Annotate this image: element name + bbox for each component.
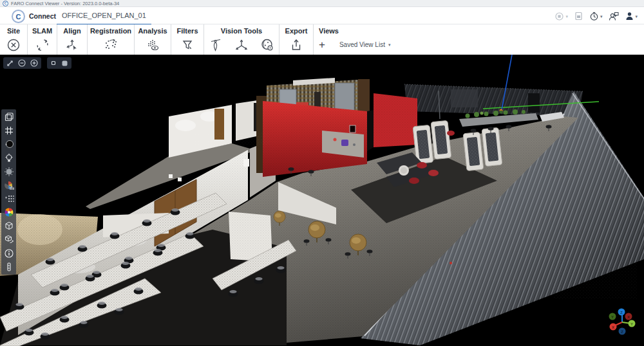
box-rotate-button[interactable]	[3, 233, 15, 245]
ribbon-group-views: Views + Saved View List ▾	[314, 24, 644, 55]
history-icon	[589, 12, 599, 21]
zoom-pill	[3, 57, 41, 69]
project-tab-label: OFFICE_OPEN_PLAN_01	[62, 12, 146, 19]
point-size-small-button[interactable]	[50, 60, 57, 66]
history-caret-icon: ▾	[600, 14, 603, 19]
axis-label-y-neg: Y	[611, 315, 614, 319]
window-title: FARO Connect Viewer - Version: 2023.0.0-…	[11, 0, 119, 7]
group-label: Registration	[90, 27, 131, 35]
ribbon-group-align: Align	[57, 24, 88, 55]
viewport-toolbar	[3, 57, 71, 69]
support-chat-icon	[609, 12, 619, 21]
point-cloud-scene: Z Z Y Y X X	[0, 55, 644, 346]
lighting-button[interactable]	[3, 152, 15, 164]
account-icon	[625, 12, 634, 21]
zoom-out-button[interactable]	[18, 59, 26, 67]
ribbon-group-export: Export	[279, 24, 314, 55]
brand-label: Connect	[29, 12, 56, 20]
point-size-pill	[47, 57, 71, 69]
ribbon-group-site: Site	[0, 24, 28, 55]
point-density-button[interactable]	[3, 193, 15, 205]
plummet-button[interactable]	[208, 37, 223, 53]
globe-eye-button[interactable]	[260, 37, 275, 53]
group-label: SLAM	[32, 27, 52, 35]
notes-button[interactable]	[574, 12, 583, 21]
ribbon-group-filters: Filters	[171, 24, 204, 55]
snapshot-disabled-icon	[554, 12, 564, 21]
grid-button[interactable]	[3, 125, 15, 136]
scale-bar-button[interactable]	[3, 261, 15, 273]
axis-label-x-neg: X	[627, 315, 630, 319]
window-title-bar: C FARO Connect Viewer - Version: 2023.0.…	[0, 0, 644, 7]
close-site-button[interactable]	[6, 37, 21, 53]
add-view-button[interactable]: +	[319, 39, 325, 50]
project-tab[interactable]: OFFICE_OPEN_PLAN_01	[57, 7, 151, 25]
axis-label-x-pos: X	[612, 325, 614, 329]
faro-connect-viewer-window: { "window": { "title": "FARO Connect Vie…	[0, 0, 644, 346]
color-histogram-button[interactable]	[3, 179, 15, 191]
snapshot-caret-icon: ▾	[565, 14, 568, 19]
point-dust	[554, 260, 638, 299]
ribbon-group-vision-tools: Vision Tools	[204, 24, 279, 55]
bounding-box-button[interactable]	[3, 220, 15, 232]
group-label: Site	[7, 27, 20, 35]
slam-loop-button[interactable]	[35, 37, 50, 53]
point-size-large-button[interactable]	[61, 60, 68, 67]
saved-view-list-label: Saved View List	[339, 41, 385, 48]
saved-view-list-caret-icon: ▾	[388, 42, 391, 47]
registration-button[interactable]	[103, 37, 118, 53]
export-button[interactable]	[289, 37, 304, 53]
ribbon-toolbar: Site SLAM Align	[0, 24, 644, 55]
color-wheel-button[interactable]	[3, 206, 15, 218]
point-dust	[193, 132, 270, 145]
history-button[interactable]: ▾	[589, 12, 603, 21]
perspective-cube-button[interactable]	[3, 111, 15, 123]
analysis-button[interactable]	[145, 37, 160, 53]
filters-button[interactable]	[180, 37, 195, 53]
connect-logo-icon: C	[12, 10, 25, 23]
zoom-in-button[interactable]	[30, 59, 38, 67]
ribbon-group-analysis: Analysis	[135, 24, 171, 55]
brightness-button[interactable]	[3, 166, 15, 178]
snapshot-button[interactable]: ▾	[554, 12, 568, 21]
axis-label-z-neg: Z	[621, 330, 623, 334]
group-label: Align	[63, 27, 81, 35]
saved-view-list-dropdown[interactable]: Saved View List ▾	[339, 41, 390, 48]
viewport-3d[interactable]: Z Z Y Y X X	[0, 55, 644, 346]
group-label: Filters	[176, 27, 198, 35]
group-label: Vision Tools	[221, 27, 262, 35]
info-button[interactable]	[3, 248, 15, 259]
group-label: Export	[285, 27, 308, 35]
group-label: Views	[319, 27, 339, 35]
header-tools: ▾ ▾	[554, 10, 638, 23]
account-caret-icon: ▾	[635, 14, 638, 19]
fit-view-button[interactable]	[6, 60, 14, 67]
account-button[interactable]: ▾	[625, 12, 638, 21]
axis-label-z-pos: Z	[620, 311, 623, 314]
point-contrast-button[interactable]	[3, 138, 15, 150]
notes-icon	[574, 12, 583, 21]
ribbon-group-registration: Registration	[88, 24, 135, 55]
support-button[interactable]	[609, 12, 619, 21]
align-button[interactable]	[64, 37, 80, 53]
group-label: Analysis	[138, 27, 167, 35]
app-icon: C	[3, 1, 8, 6]
axes-3d-button[interactable]	[234, 37, 249, 53]
header-bar: C Connect OFFICE_OPEN_PLAN_01 ▾ ▾	[0, 7, 644, 24]
ribbon-group-slam: SLAM	[28, 24, 57, 55]
view-options-toolbar	[1, 109, 16, 275]
axis-label-y-pos: Y	[630, 322, 633, 326]
